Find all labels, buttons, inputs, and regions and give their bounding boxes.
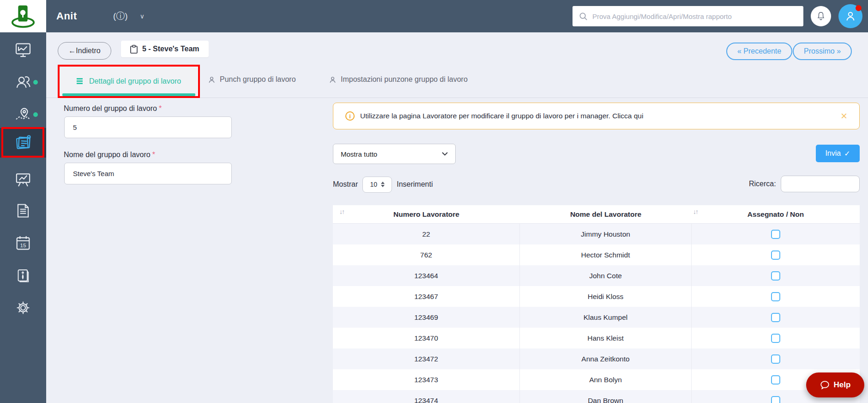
person-icon: [329, 76, 337, 84]
worker-name-cell: Hans Kleist: [520, 328, 692, 348]
stepper-icon: [381, 182, 385, 187]
info-icon: i: [345, 111, 355, 121]
assigned-checkbox[interactable]: [771, 334, 780, 343]
submit-button[interactable]: Invia ✓: [816, 145, 860, 162]
assigned-cell: [692, 328, 860, 348]
users-icon: [14, 73, 32, 92]
group-name-field[interactable]: [64, 163, 232, 184]
chevron-down-icon: [442, 152, 448, 156]
worker-number-cell: 123467: [333, 286, 520, 307]
sidebar-item-workers[interactable]: [0, 69, 46, 95]
svg-text:15: 15: [20, 242, 26, 248]
table-search-input[interactable]: [781, 176, 860, 192]
person-icon: [844, 10, 857, 23]
worker-name-cell: Dan Brown: [520, 390, 692, 403]
info-announce-icon[interactable]: (ⓘ): [113, 10, 128, 22]
app-title: Anit: [56, 0, 77, 32]
calendar-icon: 15: [14, 234, 32, 252]
tab-label: Dettagli del gruppo di lavoro: [89, 77, 181, 85]
assigned-checkbox[interactable]: [771, 271, 780, 281]
previous-button[interactable]: « Precedente: [726, 43, 792, 60]
page-size-select[interactable]: 10: [362, 177, 392, 193]
assigned-checkbox[interactable]: [771, 313, 780, 322]
back-label: Indietro: [76, 47, 100, 55]
tab-label: Punch gruppo di lavoro: [220, 75, 296, 84]
notifications-button[interactable]: [811, 6, 831, 26]
assigned-checkbox[interactable]: [771, 396, 780, 403]
guide-book-icon: [15, 267, 31, 284]
worker-name-cell: Hector Schmidt: [520, 244, 692, 265]
page-size-row: Mostrar 10 Inserimenti: [333, 176, 433, 193]
sidebar-item-map-tracking[interactable]: [0, 102, 46, 128]
help-label: Help: [834, 380, 851, 390]
gear-icon: [14, 299, 32, 317]
table-row: 22Jimmy Houston: [333, 224, 860, 244]
group-number-label: Numero del gruppo di lavoro*: [64, 104, 162, 113]
table-row: 123473Ann Bolyn: [333, 369, 860, 390]
table-row: 123470Hans Kleist: [333, 328, 860, 348]
column-header-worker-name[interactable]: Nome del Lavoratore: [520, 205, 692, 223]
sort-icon[interactable]: ↓↑: [693, 208, 698, 215]
top-header: Anit (ⓘ) ∨: [0, 0, 868, 32]
column-header-worker-number[interactable]: Numero Lavoratore: [333, 205, 520, 223]
main-content: ←Indietro 5 - Steve's Team « Precedente …: [46, 32, 868, 403]
worker-number-cell: 762: [333, 244, 520, 265]
notification-badge: [856, 5, 862, 11]
search-input[interactable]: [592, 12, 797, 20]
sidebar-item-guide[interactable]: [0, 263, 46, 288]
sidebar-item-dashboard[interactable]: [0, 37, 46, 63]
sidebar-item-documents[interactable]: [0, 198, 46, 224]
group-number-field[interactable]: [64, 116, 232, 138]
table-row: 762Hector Schmidt: [333, 244, 860, 265]
assigned-checkbox[interactable]: [771, 230, 780, 239]
chevron-down-icon[interactable]: ∨: [140, 12, 145, 20]
map-pin-icon: [14, 105, 32, 124]
required-asterisk: *: [152, 151, 155, 159]
worker-name-cell: John Cote: [520, 265, 692, 286]
next-button[interactable]: Prossimo »: [793, 43, 852, 60]
show-label: Mostrar: [333, 180, 358, 189]
check-icon: ✓: [844, 149, 850, 158]
page-size-value: 10: [370, 181, 377, 188]
team-chip-label: 5 - Steve's Team: [142, 45, 199, 53]
sidebar-item-settings[interactable]: [0, 295, 46, 321]
worker-name-cell: Jimmy Houston: [520, 224, 692, 244]
submit-label: Invia: [825, 149, 841, 158]
worker-number-cell: 123470: [333, 328, 520, 348]
table-row: 123474Dan Brown: [333, 390, 860, 403]
worker-number-cell: 123474: [333, 390, 520, 403]
show-all-select[interactable]: Mostra tutto: [333, 144, 456, 164]
tab-group-punch-settings[interactable]: Impostazioni punzone gruppo di lavoro: [329, 65, 468, 94]
help-button[interactable]: Help: [806, 372, 864, 397]
assigned-checkbox[interactable]: [771, 375, 780, 385]
column-header-assigned[interactable]: Assegnato / Non: [692, 205, 860, 223]
assigned-checkbox[interactable]: [771, 354, 780, 364]
worker-number-cell: 123464: [333, 265, 520, 286]
table-row: 123469Klaus Kumpel: [333, 307, 860, 328]
close-icon[interactable]: ×: [841, 110, 847, 122]
table-row: 123464John Cote: [333, 265, 860, 286]
tab-group-details[interactable]: Dettagli del gruppo di lavoro: [60, 67, 198, 96]
assigned-checkbox[interactable]: [771, 292, 780, 301]
sidebar-item-calendar[interactable]: 15: [0, 230, 46, 256]
document-icon: [14, 202, 32, 220]
assigned-checkbox[interactable]: [771, 250, 780, 260]
table-row: 123467Heidi Kloss: [333, 286, 860, 307]
sidebar-nav: 15: [0, 32, 46, 403]
sidebar-item-reports-board[interactable]: [0, 166, 46, 192]
app-logo[interactable]: [0, 0, 46, 32]
tab-group-punch[interactable]: Punch gruppo di lavoro: [208, 65, 296, 94]
assigned-cell: [692, 265, 860, 286]
back-button[interactable]: ←Indietro: [58, 42, 111, 60]
ricerca-label: Ricerca:: [749, 180, 776, 188]
logo-icon: [10, 3, 36, 30]
annotation-box-sidebar: [1, 127, 44, 158]
status-dot: [33, 80, 38, 85]
table-header: ↓↑ Numero Lavoratore Nome del Lavoratore…: [333, 205, 860, 224]
assigned-cell: [692, 307, 860, 328]
table-body: 22Jimmy Houston762Hector Schmidt123464Jo…: [333, 224, 860, 403]
sort-icon[interactable]: ↓↑: [339, 208, 344, 215]
assigned-cell: [692, 224, 860, 244]
team-chip[interactable]: 5 - Steve's Team: [121, 41, 209, 57]
user-avatar[interactable]: [838, 4, 862, 28]
